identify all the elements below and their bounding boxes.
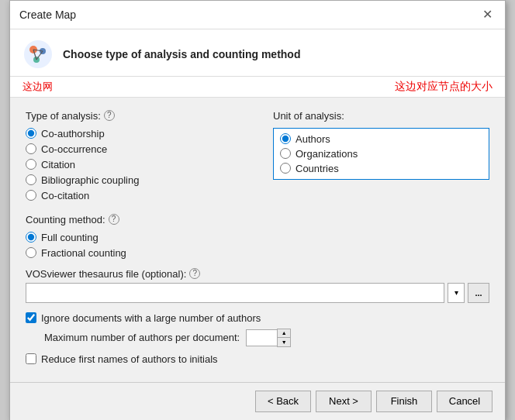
- radio-co-citation[interactable]: Co-citation: [26, 190, 242, 201]
- reduce-names-checkbox[interactable]: [26, 353, 36, 364]
- radio-co-occurrence[interactable]: Co-occurrence: [26, 143, 242, 155]
- radio-bibliographic[interactable]: Bibliographic coupling: [26, 174, 242, 186]
- radio-co-citation-input[interactable]: [26, 190, 36, 201]
- thesaurus-input-row: ▾ ...: [26, 283, 489, 303]
- radio-countries[interactable]: Countries: [280, 161, 482, 176]
- reduce-names-row: Reduce first names of authors to initial…: [26, 353, 489, 365]
- radio-bibliographic-label: Bibliographic coupling: [41, 174, 139, 186]
- spinner-up-button[interactable]: ▲: [278, 329, 290, 338]
- counting-help-icon[interactable]: ?: [109, 214, 119, 225]
- radio-authors-input[interactable]: [280, 133, 291, 144]
- thesaurus-label-row: VOSviewer thesaurus file (optional): ?: [26, 268, 489, 280]
- ignore-documents-row: Ignore documents with a large number of …: [26, 312, 489, 324]
- analysis-help-icon[interactable]: ?: [104, 110, 115, 121]
- max-authors-spinner: 25 ▲ ▼: [246, 329, 291, 347]
- radio-organizations-input[interactable]: [280, 148, 291, 159]
- radio-citation[interactable]: Citation: [26, 159, 242, 170]
- spinner-down-button[interactable]: ▼: [278, 338, 290, 346]
- radio-authors-label: Authors: [296, 133, 330, 145]
- radio-full-counting-input[interactable]: [26, 232, 36, 243]
- counting-radio-group: Full counting Fractional counting: [26, 232, 489, 259]
- title-bar: Create Map ✕: [10, 1, 505, 29]
- vosviewer-logo: [22, 39, 54, 70]
- radio-bibliographic-input[interactable]: [26, 174, 36, 185]
- radio-co-occurrence-label: Co-occurrence: [41, 143, 107, 155]
- close-button[interactable]: ✕: [479, 7, 496, 22]
- thesaurus-input[interactable]: [26, 283, 444, 303]
- counting-label: Counting method: ?: [26, 214, 489, 225]
- radio-co-authorship-input[interactable]: [26, 128, 36, 139]
- radio-co-occurrence-input[interactable]: [26, 143, 36, 154]
- unit-col: Unit of analysis: Authors Organizations …: [273, 110, 489, 201]
- analysis-col: Type of analysis: ? Co-authorship Co-occ…: [26, 110, 242, 201]
- thesaurus-browse-button[interactable]: ...: [468, 283, 489, 303]
- svg-point-0: [24, 40, 52, 68]
- reduce-names-label: Reduce first names of authors to initial…: [41, 353, 218, 365]
- ignore-documents-checkbox[interactable]: [26, 312, 36, 323]
- thesaurus-label: VOSviewer thesaurus file (optional):: [26, 268, 186, 280]
- radio-organizations[interactable]: Organizations: [280, 146, 482, 161]
- radio-fractional-counting[interactable]: Fractional counting: [26, 247, 489, 259]
- dialog-footer: < Back Next > Finish Cancel: [10, 382, 505, 420]
- radio-fractional-counting-label: Fractional counting: [41, 247, 126, 259]
- radio-authors[interactable]: Authors: [280, 132, 482, 146]
- counting-section: Counting method: ? Full counting Fractio…: [26, 214, 489, 259]
- create-map-dialog: Create Map ✕ Choose type of analysis and…: [9, 0, 506, 420]
- max-authors-label: Maximum number of authors per document:: [44, 332, 240, 343]
- radio-co-citation-label: Co-citation: [41, 190, 89, 201]
- analysis-radio-group: Co-authorship Co-occurrence Citation Bib…: [26, 128, 242, 201]
- main-content: Type of analysis: ? Co-authorship Co-occ…: [10, 98, 505, 382]
- back-button[interactable]: < Back: [255, 391, 311, 412]
- max-authors-input[interactable]: 25: [246, 329, 277, 346]
- radio-co-authorship-label: Co-authorship: [41, 128, 105, 139]
- analysis-label: Type of analysis: ?: [26, 110, 242, 122]
- max-authors-row: Maximum number of authors per document: …: [26, 329, 489, 347]
- radio-full-counting[interactable]: Full counting: [26, 232, 489, 243]
- radio-fractional-counting-input[interactable]: [26, 247, 36, 258]
- radio-citation-input[interactable]: [26, 159, 36, 170]
- dialog-title: Create Map: [19, 9, 76, 21]
- unit-label: Unit of analysis:: [273, 110, 489, 122]
- radio-full-counting-label: Full counting: [41, 232, 99, 243]
- ignore-documents-label: Ignore documents with a large number of …: [41, 312, 261, 324]
- unit-radio-group: Authors Organizations Countries: [273, 128, 489, 180]
- finish-button[interactable]: Finish: [376, 391, 432, 412]
- thesaurus-dropdown-button[interactable]: ▾: [448, 283, 465, 303]
- cancel-button[interactable]: Cancel: [437, 391, 493, 412]
- radio-co-authorship[interactable]: Co-authorship: [26, 128, 242, 139]
- header-section: Choose type of analysis and counting met…: [10, 29, 505, 77]
- thesaurus-section: VOSviewer thesaurus file (optional): ? ▾…: [26, 268, 489, 303]
- radio-organizations-label: Organizations: [296, 148, 358, 160]
- thesaurus-help-icon[interactable]: ?: [189, 268, 200, 279]
- header-title: Choose type of analysis and counting met…: [63, 48, 300, 60]
- radio-citation-label: Citation: [41, 159, 75, 170]
- watermark-row: 这边网 这边对应节点的大小: [10, 77, 505, 98]
- radio-countries-input[interactable]: [280, 163, 291, 174]
- watermark-right: 这边对应节点的大小: [395, 80, 493, 94]
- next-button[interactable]: Next >: [316, 391, 372, 412]
- watermark-left: 这边网: [22, 80, 53, 94]
- radio-countries-label: Countries: [296, 163, 339, 174]
- spinner-buttons: ▲ ▼: [277, 329, 291, 347]
